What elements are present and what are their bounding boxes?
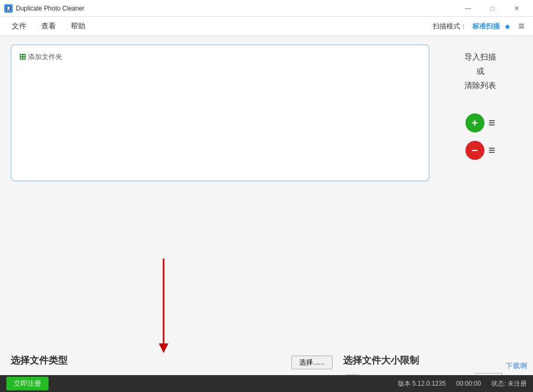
register-button[interactable]: 立即注册 — [6, 377, 49, 390]
status-info: 版本 5.12.0.1235 00:00:00 状态: 未注册 — [398, 379, 527, 388]
right-panel: 导入扫描 或 清除列表 + ≡ − ≡ — [438, 44, 522, 346]
status-text: 状态: 未注册 — [491, 379, 527, 388]
import-text: 导入扫描 或 清除列表 — [464, 50, 496, 92]
choose-button[interactable]: 选择...... — [291, 356, 332, 369]
menu-help[interactable]: 帮助 — [64, 20, 92, 33]
title-bar-left: Duplicate Photo Cleaner — [4, 4, 84, 13]
clear-icon: − — [465, 141, 484, 160]
file-type-title: 选择文件类型 — [11, 354, 68, 367]
menu-file[interactable]: 文件 — [5, 20, 33, 33]
menu-view[interactable]: 查看 — [35, 20, 62, 33]
app-title: Duplicate Photo Cleaner — [16, 5, 84, 12]
list-icon-clear: ≡ — [489, 144, 496, 157]
plus-icon: ⊞ — [19, 52, 26, 62]
close-button[interactable]: ✕ — [505, 0, 529, 17]
import-icon: + — [465, 113, 484, 132]
status-bar: 立即注册 版本 5.12.0.1235 00:00:00 状态: 未注册 — [0, 375, 533, 392]
time-text: 00:00:00 — [456, 380, 481, 387]
menu-bar: 文件 查看 帮助 扫描模式： 标准扫描 ◆ ≡ — [0, 17, 533, 36]
add-folder-button[interactable]: ⊞ 添加文件夹 — [17, 51, 64, 63]
svg-rect-2 — [7, 9, 10, 11]
title-bar: Duplicate Photo Cleaner — □ ✕ — [0, 0, 533, 17]
version-text: 版本 5.12.0.1235 — [398, 379, 446, 388]
scan-mode-label: 扫描模式： — [433, 22, 467, 31]
main-content: ⊞ 添加文件夹 导入扫描 或 清除列表 + ≡ − ≡ — [0, 36, 533, 354]
scan-mode-value[interactable]: 标准扫描 — [472, 22, 500, 31]
folder-area: ⊞ 添加文件夹 — [11, 44, 430, 181]
menu-left: 文件 查看 帮助 — [5, 20, 92, 33]
list-icon-import: ≡ — [489, 116, 496, 130]
import-scan-button[interactable]: + ≡ — [465, 113, 496, 132]
app-icon — [4, 4, 13, 13]
window-controls: — □ ✕ — [456, 0, 529, 17]
minimize-button[interactable]: — — [456, 0, 480, 17]
file-size-title: 选择文件大小限制 — [343, 354, 522, 367]
menu-right: 扫描模式： 标准扫描 ◆ ≡ — [433, 20, 528, 32]
clear-list-button[interactable]: − ≡ — [465, 141, 496, 160]
scan-mode-dropdown-icon[interactable]: ◆ — [505, 23, 510, 30]
svg-point-1 — [7, 6, 10, 9]
watermark: 下载啊 — [506, 361, 528, 371]
hamburger-menu-button[interactable]: ≡ — [515, 20, 528, 32]
add-folder-label: 添加文件夹 — [28, 52, 62, 62]
maximize-button[interactable]: □ — [480, 0, 505, 17]
left-section: ⊞ 添加文件夹 — [11, 44, 430, 346]
